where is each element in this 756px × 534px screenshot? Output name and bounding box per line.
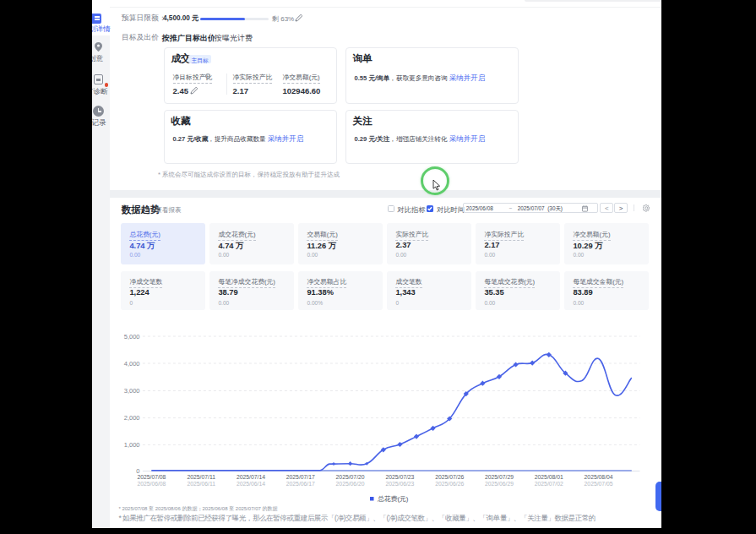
svg-text:2025/07/11: 2025/07/11: [187, 474, 215, 480]
svg-text:2025/06/29: 2025/06/29: [485, 481, 514, 487]
svg-text:2025/07/20: 2025/07/20: [336, 474, 365, 480]
svg-text:2025/08/01: 2025/08/01: [535, 474, 563, 480]
svg-text:2,000: 2,000: [124, 414, 140, 422]
svg-text:2025/07/26: 2025/07/26: [435, 474, 464, 480]
svg-text:2025/07/08: 2025/07/08: [137, 474, 166, 480]
svg-text:2025/07/23: 2025/07/23: [385, 474, 414, 480]
svg-text:2025/08/04: 2025/08/04: [585, 474, 613, 480]
svg-text:2025/06/17: 2025/06/17: [286, 481, 315, 487]
svg-text:2025/07/05: 2025/07/05: [585, 481, 613, 487]
svg-text:5,000: 5,000: [124, 333, 140, 341]
svg-text:3,000: 3,000: [124, 387, 140, 395]
svg-text:2025/07/29: 2025/07/29: [485, 474, 514, 480]
svg-text:2025/06/08: 2025/06/08: [137, 481, 166, 487]
svg-text:4,000: 4,000: [124, 360, 140, 368]
svg-text:2025/06/11: 2025/06/11: [187, 481, 215, 487]
svg-text:2025/07/17: 2025/07/17: [286, 474, 315, 480]
svg-text:2025/06/26: 2025/06/26: [435, 481, 464, 487]
svg-text:2025/07/02: 2025/07/02: [535, 481, 563, 487]
svg-text:2025/06/20: 2025/06/20: [336, 481, 365, 487]
svg-text:1,000: 1,000: [124, 441, 140, 449]
svg-text:2025/07/14: 2025/07/14: [237, 474, 265, 480]
svg-text:2025/06/23: 2025/06/23: [385, 481, 414, 487]
svg-text:总花费(元): 总花费(元): [377, 495, 409, 503]
svg-text:2025/06/14: 2025/06/14: [237, 481, 265, 487]
